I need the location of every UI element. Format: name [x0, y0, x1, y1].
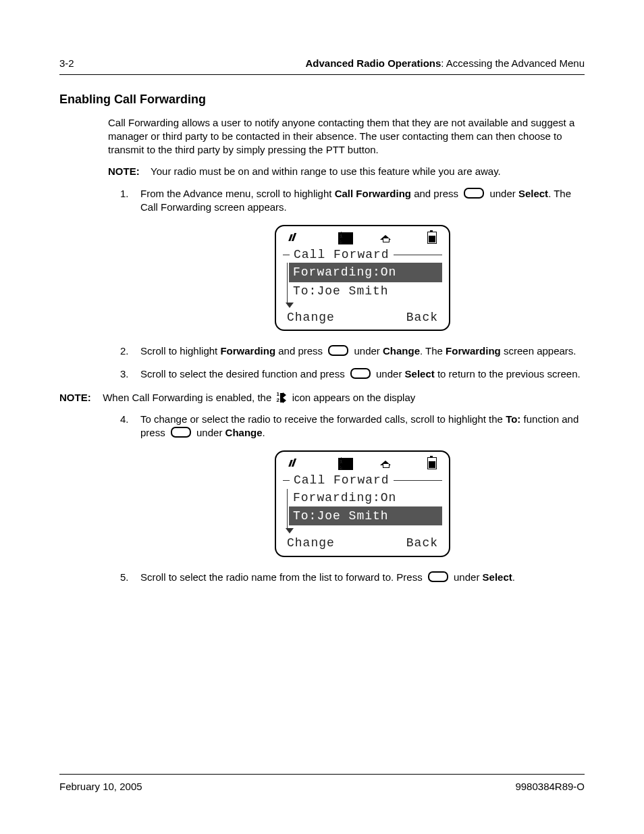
lcd-line-selected: Forwarding:On	[289, 263, 442, 282]
signal-icon	[286, 232, 300, 244]
step-3: 3. Scroll to select the desired function…	[108, 367, 585, 381]
header-page-number: 3-2	[59, 57, 74, 70]
battery-icon	[425, 232, 439, 244]
lcd-title: Call Forward	[283, 246, 442, 263]
footer-docnum: 9980384R89-O	[515, 780, 585, 793]
softkey-left: Change	[287, 309, 335, 325]
home-icon	[378, 457, 393, 469]
lcd-line-selected: To:Joe Smith	[289, 506, 442, 525]
lcd-menu: Forwarding:On To:Joe Smith	[287, 489, 442, 529]
lcd-title: Call Forward	[283, 472, 442, 488]
softkey-button-icon	[428, 571, 448, 582]
note-text: Your radio must be on and within range t…	[151, 165, 501, 177]
lcd-softkeys: Change Back	[283, 308, 442, 325]
page: 3-2 Advanced Radio Operations: Accessing…	[0, 0, 644, 834]
lcd-line: Forwarding:On	[289, 489, 442, 506]
lcd-softkeys: Change Back	[283, 533, 442, 551]
call-forward-icon: 12	[332, 457, 347, 469]
signal-icon	[286, 457, 300, 469]
step-number: 2.	[120, 344, 129, 358]
lcd-screenshot-1: 12 Call Forward Forwarding:On To:Joe Smi…	[140, 225, 585, 331]
lcd-screenshot-2: 12 Call Forward Forwarding:On To:Joe Smi…	[140, 450, 585, 556]
softkey-right: Back	[406, 535, 438, 551]
step-4: 4. To change or select the radio to rece…	[108, 413, 585, 557]
step-number: 1.	[120, 187, 129, 201]
header-breadcrumb: Advanced Radio Operations: Accessing the…	[305, 57, 585, 70]
lcd-status-bar: 12	[283, 232, 442, 245]
lcd-screen: 12 Call Forward Forwarding:On To:Joe Smi…	[275, 450, 450, 556]
scroll-down-icon	[286, 303, 294, 308]
softkey-left: Change	[287, 535, 335, 551]
header-chapter: Advanced Radio Operations	[305, 57, 441, 69]
header-section: Accessing the Advanced Menu	[446, 57, 585, 69]
step-2: 2. Scroll to highlight Forwarding and pr…	[108, 344, 585, 358]
lcd-menu: Forwarding:On To:Joe Smith	[287, 263, 442, 303]
softkey-button-icon	[464, 188, 484, 199]
intro-paragraph: Call Forwarding allows a user to notify …	[108, 116, 585, 157]
footer-date: February 10, 2005	[59, 780, 142, 793]
note-1: NOTE: Your radio must be on and within r…	[108, 165, 585, 178]
note-2: NOTE: When Call Forwarding is enabled, t…	[59, 391, 585, 405]
step-1: 1. From the Advance menu, scroll to high…	[108, 187, 585, 332]
softkey-button-icon	[328, 345, 348, 356]
note-label: NOTE:	[59, 392, 91, 403]
page-footer: February 10, 2005 9980384R89-O	[59, 774, 585, 793]
step-number: 3.	[120, 367, 129, 381]
call-forward-icon: 12	[332, 232, 347, 244]
step-5: 5. Scroll to select the radio name from …	[108, 571, 585, 584]
softkey-button-icon	[350, 368, 371, 379]
body: Call Forwarding allows a user to notify …	[108, 116, 585, 584]
home-icon	[378, 232, 393, 244]
steps-list-cont: 4. To change or select the radio to rece…	[108, 413, 585, 584]
section-title: Enabling Call Forwarding	[59, 91, 585, 107]
step-number: 5.	[120, 571, 129, 584]
scroll-down-icon	[286, 528, 294, 533]
note-label: NOTE:	[108, 165, 140, 177]
lcd-screen: 12 Call Forward Forwarding:On To:Joe Smi…	[275, 225, 450, 331]
lcd-status-bar: 12	[283, 457, 442, 471]
call-forward-icon: 12	[275, 392, 288, 403]
softkey-right: Back	[406, 309, 438, 325]
step-number: 4.	[120, 413, 129, 426]
lcd-line: To:Joe Smith	[289, 282, 442, 300]
steps-list: 1. From the Advance menu, scroll to high…	[108, 187, 585, 382]
softkey-button-icon	[171, 427, 191, 438]
page-header: 3-2 Advanced Radio Operations: Accessing…	[59, 57, 585, 75]
battery-icon	[425, 457, 439, 469]
